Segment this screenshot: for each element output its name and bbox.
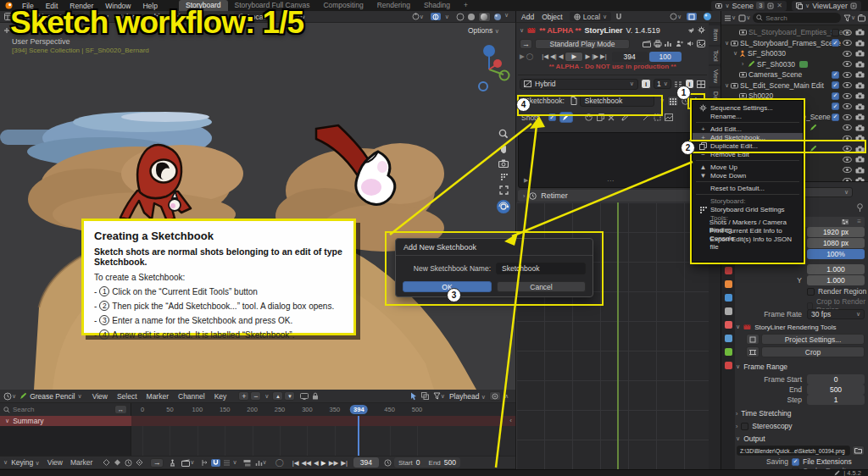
- camera-render-icon[interactable]: [855, 103, 865, 110]
- eye-icon[interactable]: [843, 51, 852, 57]
- zoom-icon[interactable]: [497, 129, 510, 139]
- new-viewlayer-icon[interactable]: [850, 3, 857, 9]
- camera-render-icon[interactable]: [855, 167, 865, 174]
- panel-collapse-icon[interactable]: ∨: [520, 27, 524, 34]
- eye-icon[interactable]: [843, 157, 852, 163]
- resolution-percent-field[interactable]: 100%: [807, 249, 865, 259]
- take-dropdown[interactable]: 1∨: [654, 79, 671, 89]
- timeline-ruler[interactable]: 050100150200250300350450500394: [131, 403, 515, 416]
- layout-icon[interactable]: [697, 80, 705, 88]
- menu-item-move-up[interactable]: ▲Move Up: [693, 163, 803, 171]
- keyframe-insert-icon[interactable]: [114, 459, 121, 466]
- outliner-row[interactable]: ∨SL_Edit_Scene_Main Edit✓: [721, 80, 868, 91]
- eye-icon[interactable]: [843, 167, 852, 173]
- next-keyframe-icon[interactable]: ▶▶: [329, 459, 339, 467]
- scene-selector[interactable]: ∨ Scene 3 ✕: [711, 1, 787, 11]
- camera-render-icon[interactable]: [855, 71, 865, 78]
- viewport2-menu-add[interactable]: Add: [521, 13, 534, 21]
- folder-icon[interactable]: [852, 446, 865, 456]
- stereoscopy-checkbox[interactable]: [741, 423, 748, 430]
- collapse-arrow-icon[interactable]: ‹: [509, 417, 512, 424]
- snap-toggle-icon[interactable]: [210, 458, 221, 468]
- eye-icon[interactable]: [843, 103, 852, 109]
- prev-keyframe-icon[interactable]: ◀◀: [302, 459, 312, 467]
- menu-item-remove-edit[interactable]: −Remove Edit: [693, 150, 803, 158]
- clapper-chart-icon[interactable]: ∨: [181, 459, 194, 467]
- workspace-tab--[interactable]: +: [457, 0, 475, 11]
- view-menu[interactable]: View: [47, 458, 63, 467]
- channel-search-input[interactable]: Search: [13, 406, 112, 413]
- playhead-line[interactable]: [358, 426, 359, 456]
- eye-icon[interactable]: [843, 146, 852, 152]
- sidebar-tab-item[interactable]: Item: [709, 25, 721, 45]
- camera-render-icon[interactable]: [855, 125, 865, 131]
- menu-item-add-edit[interactable]: +Add Edit...: [693, 125, 803, 133]
- camera-render-icon[interactable]: [855, 113, 865, 120]
- camera-render-icon[interactable]: [855, 146, 865, 152]
- outliner-checkbox[interactable]: ✓: [832, 39, 839, 47]
- stamp-icon[interactable]: [169, 459, 176, 467]
- current-frame-field[interactable]: 394: [612, 52, 648, 62]
- camera-render-icon[interactable]: [855, 156, 865, 163]
- camera-render-icon[interactable]: [855, 82, 865, 89]
- current-frame-badge[interactable]: 394: [350, 405, 368, 414]
- mode-dropdown[interactable]: Hybrid ∨: [520, 79, 638, 90]
- time-stretching-panel-header[interactable]: ›Time Stretching: [736, 408, 865, 418]
- dopesheet-menu-view[interactable]: View: [92, 392, 108, 401]
- summary-channel[interactable]: ∨ Summary: [0, 416, 131, 426]
- expand-icon[interactable]: ∨: [733, 50, 739, 57]
- crop-button[interactable]: Crop: [761, 346, 865, 357]
- move-up-icon[interactable]: ▲: [272, 391, 283, 401]
- keyframe-area[interactable]: [131, 426, 515, 456]
- camera-render-icon[interactable]: [855, 61, 865, 68]
- outliner-row[interactable]: SL_Storyboard_Empties_Scene: [721, 27, 868, 38]
- people-icon[interactable]: [676, 40, 684, 47]
- workspace-tab-rendering[interactable]: Rendering: [370, 0, 417, 11]
- camera-render-icon[interactable]: [855, 50, 865, 57]
- camera-render-icon[interactable]: [855, 135, 865, 141]
- material-shading-icon[interactable]: [478, 12, 491, 22]
- expand-icon[interactable]: ›: [742, 61, 748, 67]
- shots-checkbox[interactable]: ✓: [548, 113, 556, 121]
- modifier-tab-icon[interactable]: [725, 348, 732, 356]
- end-field[interactable]: 500: [444, 458, 456, 467]
- workspace-tab-compositing[interactable]: Compositing: [316, 0, 370, 11]
- outliner-search-input[interactable]: Search: [753, 13, 841, 23]
- play-icon[interactable]: ▶: [321, 459, 326, 467]
- camera-render-icon[interactable]: [855, 92, 865, 99]
- frame-start-field[interactable]: 0: [807, 374, 865, 385]
- menu-item-duplicate-edit[interactable]: Duplicate Edit...: [693, 141, 803, 150]
- start-field[interactable]: 0: [416, 458, 420, 467]
- playhead-dropdown[interactable]: Playhead ∨: [449, 392, 486, 401]
- aspect-x-field[interactable]: 1.000: [807, 264, 865, 274]
- jump-end-icon[interactable]: ▶|: [600, 53, 607, 60]
- outliner-display-mode-icon[interactable]: ∨: [724, 14, 736, 22]
- menu-item-reset-to-default[interactable]: Reset to Default...: [693, 184, 803, 192]
- menu-item-add-sketchbook[interactable]: +Add Sketchbook...: [693, 133, 803, 141]
- delete-icon[interactable]: [608, 114, 615, 121]
- pen-icon[interactable]: [643, 113, 650, 121]
- outliner-row[interactable]: ›SF_Sh0030: [721, 59, 868, 70]
- list-expand-icon[interactable]: ▶: [524, 177, 528, 184]
- menu-item-storyboard-grid-settings[interactable]: Storyboard Grid Settings: [693, 205, 803, 213]
- palette-icon[interactable]: [585, 113, 593, 121]
- chart-icon[interactable]: [665, 40, 673, 47]
- prev-frame-icon[interactable]: ◀: [559, 53, 564, 60]
- current-frame-field[interactable]: 394: [353, 457, 379, 468]
- end-field[interactable]: 500: [807, 385, 865, 395]
- overlays-toggle-icon[interactable]: [430, 12, 442, 21]
- viewlayer-selector[interactable]: ∨ ViewLayer: [792, 1, 861, 11]
- lock-icon[interactable]: [312, 392, 319, 400]
- world-tab-icon[interactable]: [725, 321, 732, 329]
- navigation-gizmo[interactable]: [471, 39, 512, 95]
- eye-icon[interactable]: [843, 40, 852, 46]
- cursor-select-icon[interactable]: [410, 392, 417, 401]
- keying-menu[interactable]: Keying ∨: [11, 458, 40, 467]
- outliner-checkbox[interactable]: ✓: [832, 81, 839, 89]
- snap-step-icon[interactable]: [201, 459, 209, 467]
- jump-end-icon[interactable]: ▶|: [341, 459, 348, 467]
- aspect-y-field[interactable]: 1.000: [807, 275, 865, 285]
- dopesheet-menu-key[interactable]: Key: [214, 392, 227, 401]
- project-settings-button[interactable]: Project Settings...: [761, 334, 865, 345]
- range-clock-icon[interactable]: [384, 459, 392, 467]
